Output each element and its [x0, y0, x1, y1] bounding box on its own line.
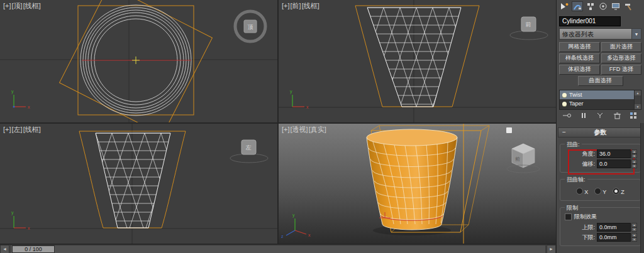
viewport-left[interactable]: [+][左][线框] 左 x y — [0, 124, 277, 244]
mesh-select-button[interactable]: 网格选择 — [559, 42, 600, 52]
viewport-shading-label[interactable]: [线框] — [23, 2, 41, 9]
configure-modifier-sets-icon[interactable] — [628, 111, 639, 122]
vol-select-button[interactable]: 体积选择 — [559, 65, 600, 75]
modifier-list-dropdown[interactable]: 修改器列表 ▼ — [559, 28, 641, 40]
timeline-prev-arrow-icon[interactable]: ◄ — [0, 245, 9, 253]
twist-axis-group: 扭曲轴: X Y Z — [560, 179, 641, 201]
spinner-down-icon: ▼ — [631, 164, 637, 168]
viewport-pov-label[interactable]: [透视] — [291, 126, 308, 133]
shaded-cylinder — [367, 129, 457, 230]
viewport-shading-label[interactable]: [真实] — [309, 126, 326, 133]
limits-group: 限制 限制效果 上限: 0.0mm ▲▼ 下限: 0.0mm ▲▼ — [560, 207, 641, 246]
spline-select-button[interactable]: 样条线选择 — [559, 53, 600, 63]
create-tab-icon[interactable] — [559, 2, 569, 11]
modifier-list-label: 修改器列表 — [560, 30, 631, 39]
svg-text:z: z — [281, 234, 284, 239]
motion-tab-icon[interactable] — [598, 2, 608, 11]
viewport-menu-plus[interactable]: [+] — [282, 2, 290, 9]
pin-stack-icon[interactable] — [562, 111, 572, 122]
angle-spinner[interactable]: ▲▼ — [631, 149, 637, 158]
command-panel-tabs — [557, 0, 644, 13]
viewport-menu-plus[interactable]: [+] — [3, 126, 11, 133]
viewport-shading-label[interactable]: [线框] — [23, 126, 41, 133]
viewport-pov-label[interactable]: [左] — [12, 126, 23, 133]
svg-text:前: 前 — [515, 156, 520, 162]
selection-modifier-buttons: 网格选择 面片选择 样条线选择 多边形选择 体积选择 FFD 选择 曲面选择 — [559, 42, 641, 86]
parameters-rollout-header[interactable]: − 参数 — [558, 127, 643, 137]
viewport-pov-label[interactable]: [前] — [291, 2, 301, 9]
twist-group: 扭曲: 角度: 36.0 ▲▼ 偏移: 0.0 ▲▼ — [560, 144, 641, 173]
svg-text:x: x — [308, 233, 311, 237]
viewport-menu-plus[interactable]: [+] — [3, 2, 11, 9]
stack-scrollbar[interactable]: ▲ ▼ — [634, 90, 641, 109]
timeline-next-arrow-icon[interactable]: ► — [547, 245, 556, 253]
lower-limit-field[interactable]: 0.0mm — [597, 233, 631, 242]
scroll-up-arrow-icon[interactable]: ▲ — [635, 90, 641, 95]
spinner-down-icon: ▼ — [631, 227, 637, 232]
display-tab-icon[interactable] — [611, 2, 621, 11]
perspective-canvas: 前 x y z — [279, 124, 556, 244]
modifier-enabled-bulb-icon[interactable] — [562, 93, 567, 97]
command-panel: Cylinder001 修改器列表 ▼ 网格选择 面片选择 样条线选择 多边形选… — [556, 0, 644, 253]
viewport-front[interactable]: [+][前][线框] 前 x y — [279, 0, 556, 122]
spinner-down-icon: ▼ — [631, 154, 637, 158]
modifier-name: Twist — [569, 92, 582, 98]
viewport-menu-plus[interactable]: [+] — [282, 126, 290, 133]
left-view-canvas: 左 x y — [0, 124, 277, 244]
svg-text:左: 左 — [246, 144, 252, 151]
viewport-shading-label[interactable]: [线框] — [302, 2, 319, 9]
viewport-front-label[interactable]: [+][前][线框] — [282, 1, 320, 11]
time-slider-handle[interactable]: 0 / 100 — [12, 245, 55, 253]
upper-limit-field[interactable]: 0.0mm — [597, 223, 631, 232]
scroll-down-arrow-icon[interactable]: ▼ — [635, 104, 641, 109]
svg-text:顶: 顶 — [248, 24, 253, 30]
viewport-pov-label[interactable]: [顶] — [12, 2, 23, 9]
stack-toolbar — [557, 110, 644, 122]
modifier-stack-item-taper[interactable]: Taper — [560, 99, 635, 108]
limit-effect-checkbox[interactable] — [565, 213, 572, 220]
svg-text:x: x — [28, 226, 30, 230]
3dsmax-window: { "viewports": { "top": {"plus":"[+]","v… — [0, 0, 644, 253]
angle-field[interactable]: 36.0 — [597, 149, 631, 158]
axis-y-radio[interactable] — [594, 188, 601, 195]
viewport-perspective-label[interactable]: [+][透视][真实] — [282, 125, 327, 134]
axis-x-radio[interactable] — [576, 188, 583, 195]
poly-select-button[interactable]: 多边形选择 — [601, 53, 642, 63]
axis-z-radio[interactable] — [613, 188, 619, 195]
chevron-down-icon[interactable]: ▼ — [631, 29, 641, 39]
lower-limit-label: 下限: — [582, 234, 595, 242]
panel-scrollbar[interactable] — [640, 123, 644, 253]
svg-text:y: y — [290, 89, 292, 94]
front-view-canvas: 前 x y — [279, 0, 556, 122]
modifier-stack: Twist Taper ▲ ▼ — [559, 90, 641, 110]
remove-modifier-icon[interactable] — [612, 111, 623, 122]
ffd-select-button[interactable]: FFD 选择 — [601, 65, 642, 75]
spinner-up-icon: ▲ — [631, 159, 637, 164]
patch-select-button[interactable]: 面片选择 — [601, 42, 642, 52]
bias-label: 偏移: — [582, 160, 595, 168]
viewport-left-label[interactable]: [+][左][线框] — [3, 125, 42, 134]
limit-effect-label: 限制效果 — [574, 213, 597, 221]
make-unique-icon[interactable] — [595, 111, 606, 122]
modifier-enabled-bulb-icon[interactable] — [562, 102, 567, 106]
utilities-tab-icon[interactable] — [623, 2, 633, 11]
hierarchy-tab-icon[interactable] — [586, 2, 596, 11]
surface-select-button[interactable]: 曲面选择 — [578, 76, 623, 86]
object-name-field[interactable]: Cylinder001 — [559, 16, 621, 26]
axis-y-label: Y — [602, 189, 606, 195]
angle-label: 角度: — [582, 150, 595, 158]
viewport-top-label[interactable]: [+][顶][线框] — [3, 1, 42, 11]
modifier-stack-item-twist[interactable]: Twist — [560, 90, 635, 99]
upper-limit-spinner[interactable]: ▲▼ — [631, 223, 637, 232]
twist-group-label: 扭曲: — [565, 141, 582, 149]
upper-limit-label: 上限: — [582, 223, 595, 232]
show-end-result-icon[interactable] — [579, 111, 589, 122]
modify-tab-icon[interactable] — [572, 1, 583, 11]
viewport-perspective[interactable]: [+][透视][真实] — [279, 124, 556, 244]
bias-field[interactable]: 0.0 — [597, 159, 631, 168]
lower-limit-spinner[interactable]: ▲▼ — [631, 233, 637, 242]
timeline-track[interactable]: 0 / 100 — [10, 245, 546, 253]
twist-axis-group-label: 扭曲轴: — [565, 176, 587, 184]
bias-spinner[interactable]: ▲▼ — [631, 159, 637, 168]
viewport-top[interactable]: [+][顶][线框] 顶 x y — [0, 0, 277, 122]
